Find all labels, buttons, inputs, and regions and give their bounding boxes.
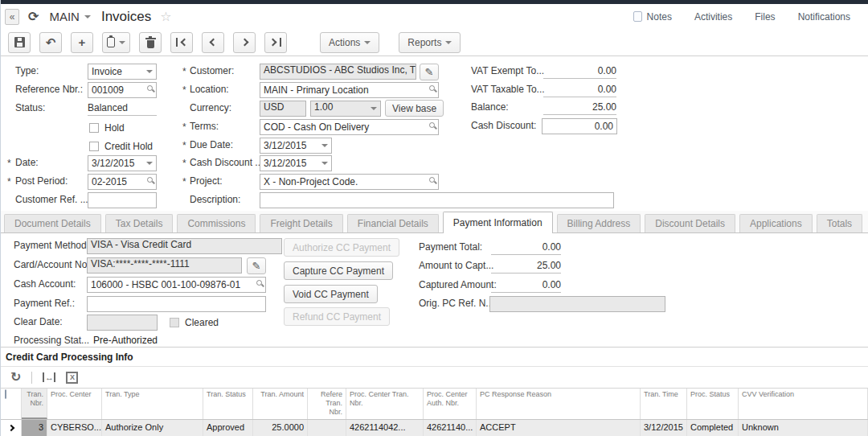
- cell-tran-type[interactable]: Authorize Only: [102, 420, 203, 436]
- due-date-field[interactable]: [260, 138, 332, 154]
- terms-field[interactable]: [260, 119, 439, 135]
- tab-financial-details[interactable]: Financial Details: [347, 214, 439, 232]
- notifications-link[interactable]: Notifications: [798, 11, 850, 23]
- cell-tran-amount[interactable]: 25.0000: [253, 420, 308, 436]
- search-icon[interactable]: [147, 177, 153, 183]
- hold-label: Hold: [104, 122, 125, 134]
- go-next-button[interactable]: [233, 32, 256, 53]
- capture-cc-payment-button[interactable]: Capture CC Payment: [284, 261, 393, 280]
- col-header-proc-center-tran-nbr[interactable]: Proc. Center Tran. Nbr.: [346, 389, 424, 419]
- post-period-field[interactable]: [88, 174, 157, 190]
- grid-refresh-icon[interactable]: ↻: [10, 371, 21, 384]
- cell-tran-status[interactable]: Approved: [203, 420, 253, 436]
- search-icon[interactable]: [429, 122, 435, 128]
- go-previous-button[interactable]: [202, 32, 224, 53]
- location-field[interactable]: [260, 82, 439, 98]
- tab-payment-information[interactable]: Payment Information: [443, 212, 553, 233]
- cancel-button[interactable]: ↶: [39, 32, 62, 53]
- chevron-down-icon[interactable]: [146, 162, 153, 165]
- view-base-button[interactable]: View base: [385, 100, 444, 117]
- files-link[interactable]: Files: [755, 11, 775, 23]
- notes-link[interactable]: Notes: [633, 11, 672, 23]
- actions-menu-button[interactable]: Actions: [320, 32, 379, 53]
- cell-tran-nbr[interactable]: 3: [22, 420, 47, 436]
- payment-ref-input[interactable]: [87, 296, 266, 312]
- tab-applications[interactable]: Applications: [739, 214, 813, 232]
- search-icon[interactable]: [429, 85, 435, 91]
- col-header-tran-status[interactable]: Tran. Status: [203, 389, 253, 419]
- collapse-sidebar-button[interactable]: «: [5, 9, 19, 25]
- cell-pc-response-reason[interactable]: ACCEPT: [477, 420, 641, 436]
- search-icon[interactable]: [429, 177, 435, 183]
- cash-discount-field[interactable]: [542, 118, 617, 134]
- cash-discount-input[interactable]: [542, 118, 617, 134]
- reports-menu-button[interactable]: Reports: [399, 32, 461, 53]
- col-header-tran-time[interactable]: Tran. Time: [641, 389, 687, 419]
- save-button[interactable]: [8, 32, 31, 53]
- col-header-proc-center[interactable]: Proc. Center: [47, 389, 102, 419]
- cash-discount-date-field[interactable]: [260, 155, 332, 171]
- credit-hold-checkbox[interactable]: [89, 142, 99, 151]
- project-input[interactable]: [260, 174, 439, 190]
- post-period-input[interactable]: [88, 174, 157, 190]
- col-header-proc-center-auth-nbr[interactable]: Proc. Center Auth. Nbr.: [424, 389, 477, 419]
- tab-tax-details[interactable]: Tax Details: [105, 214, 174, 232]
- search-icon[interactable]: [256, 280, 262, 286]
- fit-to-width-icon[interactable]: ↔: [43, 372, 55, 382]
- activities-link[interactable]: Activities: [694, 11, 732, 23]
- delete-button[interactable]: [139, 32, 162, 53]
- terms-input[interactable]: [260, 119, 439, 135]
- card-account-edit-button[interactable]: ✎: [247, 257, 266, 274]
- go-first-button[interactable]: [170, 32, 193, 53]
- add-new-button[interactable]: +: [71, 32, 93, 53]
- reference-nbr-input[interactable]: [88, 82, 157, 98]
- export-to-excel-icon[interactable]: X: [66, 372, 78, 384]
- description-input[interactable]: [260, 192, 614, 208]
- chevron-down-icon[interactable]: [146, 70, 153, 73]
- refresh-icon[interactable]: ⟳: [28, 9, 39, 24]
- col-header-refer-tran-nbr[interactable]: Refere Tran. Nbr.: [308, 389, 346, 419]
- customer-edit-button[interactable]: ✎: [420, 64, 439, 80]
- reference-nbr-field[interactable]: [88, 82, 157, 98]
- project-field[interactable]: [260, 174, 439, 190]
- search-icon[interactable]: [147, 85, 153, 91]
- hold-checkbox[interactable]: [89, 123, 99, 133]
- cell-tran-time[interactable]: 3/12/2015: [641, 420, 687, 436]
- col-header-proc-status[interactable]: Proc. Status: [687, 389, 739, 419]
- cell-proc-center-tran-nbr[interactable]: 4262114042...: [346, 420, 424, 436]
- tab-commissions[interactable]: Commissions: [177, 214, 256, 232]
- tab-document-details[interactable]: Document Details: [4, 214, 101, 232]
- col-header-tran-type[interactable]: Tran. Type: [102, 389, 203, 419]
- col-header-tran-nbr[interactable]: Tran. Nbr.: [22, 389, 47, 419]
- cell-proc-center-auth-nbr[interactable]: 42621140...: [424, 420, 477, 436]
- cell-cvv-verification[interactable]: Unknown: [739, 420, 868, 436]
- col-header-pc-response-reason[interactable]: PC Response Reason: [477, 389, 641, 419]
- copy-paste-button[interactable]: [102, 32, 130, 53]
- customer-ref-field[interactable]: [88, 192, 157, 208]
- cell-proc-center[interactable]: CYBERSO...: [47, 420, 102, 436]
- col-header-cvv-verification[interactable]: CVV Verification: [739, 389, 868, 419]
- branch-selector[interactable]: MAIN: [49, 10, 91, 23]
- date-field[interactable]: [88, 155, 157, 171]
- tab-discount-details[interactable]: Discount Details: [645, 214, 735, 232]
- type-combo[interactable]: [88, 64, 157, 80]
- cell-proc-status[interactable]: Completed: [687, 420, 739, 436]
- favorite-star-icon[interactable]: ☆: [160, 9, 171, 24]
- go-last-button[interactable]: [264, 32, 287, 53]
- cc-grid-row[interactable]: 3 CYBERSO... Authorize Only Approved 25.…: [1, 420, 868, 436]
- payment-ref-field[interactable]: [87, 296, 266, 312]
- tab-billing-address[interactable]: Billing Address: [557, 214, 641, 232]
- chevron-down-icon[interactable]: [321, 144, 328, 147]
- tab-freight-details[interactable]: Freight Details: [260, 214, 342, 232]
- chevron-down-icon[interactable]: [321, 162, 328, 165]
- cell-refer-tran-nbr[interactable]: [308, 420, 346, 436]
- row-settings-icon-cell[interactable]: [1, 389, 22, 419]
- void-cc-payment-button[interactable]: Void CC Payment: [284, 285, 378, 303]
- location-input[interactable]: [260, 82, 439, 98]
- customer-ref-input[interactable]: [88, 192, 157, 208]
- description-field[interactable]: [260, 192, 614, 208]
- tab-totals[interactable]: Totals: [817, 214, 862, 232]
- cash-account-field[interactable]: [87, 277, 266, 293]
- cash-account-input[interactable]: [87, 277, 266, 293]
- col-header-tran-amount[interactable]: Tran. Amount: [253, 389, 308, 419]
